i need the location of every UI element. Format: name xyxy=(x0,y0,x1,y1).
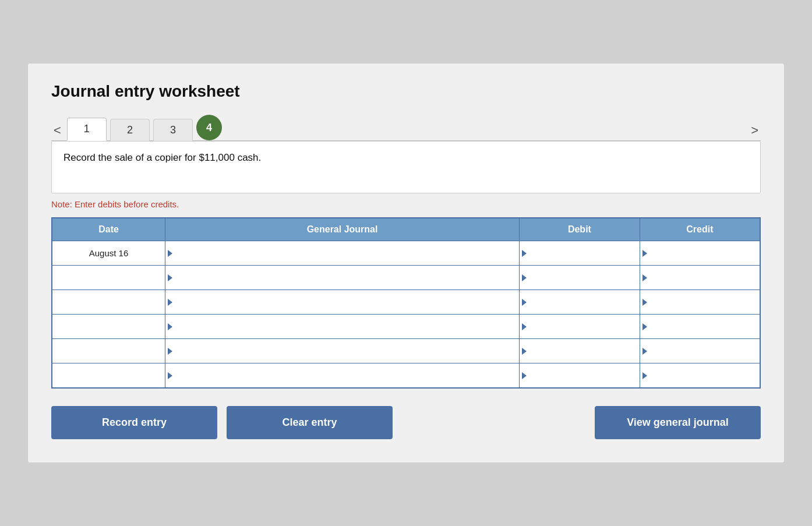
gj-input-5[interactable] xyxy=(165,363,519,387)
gj-cell-1[interactable] xyxy=(165,266,520,290)
gj-input-2[interactable] xyxy=(165,290,519,314)
table-row: August 16 xyxy=(52,241,760,266)
date-cell-3 xyxy=(52,315,165,339)
debit-cell-3[interactable] xyxy=(520,315,640,339)
gj-input-4[interactable] xyxy=(165,339,519,363)
col-credit: Credit xyxy=(640,218,760,241)
view-general-journal-button[interactable]: View general journal xyxy=(595,406,761,439)
debit-input-0[interactable] xyxy=(520,241,640,265)
credit-input-5[interactable] xyxy=(640,363,760,387)
credit-cell-0[interactable] xyxy=(640,241,760,266)
tab-2[interactable]: 2 xyxy=(110,119,150,141)
debit-cell-0[interactable] xyxy=(520,241,640,266)
table-row xyxy=(52,339,760,363)
credit-input-4[interactable] xyxy=(640,339,760,363)
date-cell-4 xyxy=(52,339,165,363)
gj-cell-0[interactable] xyxy=(165,241,520,266)
date-cell-5 xyxy=(52,363,165,388)
debit-cell-1[interactable] xyxy=(520,266,640,290)
date-cell-1 xyxy=(52,266,165,290)
gj-input-3[interactable] xyxy=(165,315,519,338)
note-text: Note: Enter debits before credits. xyxy=(51,199,761,209)
date-cell-0: August 16 xyxy=(52,241,165,266)
table-row xyxy=(52,315,760,339)
credit-cell-1[interactable] xyxy=(640,266,760,290)
debit-input-5[interactable] xyxy=(520,363,640,387)
tab-3[interactable]: 3 xyxy=(153,119,193,141)
gj-cell-2[interactable] xyxy=(165,290,520,315)
credit-cell-2[interactable] xyxy=(640,290,760,315)
debit-cell-5[interactable] xyxy=(520,363,640,388)
page-title: Journal entry worksheet xyxy=(51,82,761,101)
worksheet-container: Journal entry worksheet < 1 2 3 4 > Reco… xyxy=(27,63,785,463)
date-cell-2 xyxy=(52,290,165,315)
table-row xyxy=(52,290,760,315)
debit-cell-4[interactable] xyxy=(520,339,640,363)
gj-cell-5[interactable] xyxy=(165,363,520,388)
credit-input-1[interactable] xyxy=(640,266,760,290)
credit-cell-4[interactable] xyxy=(640,339,760,363)
table-row xyxy=(52,266,760,290)
nav-prev-button[interactable]: < xyxy=(51,124,67,140)
debit-input-2[interactable] xyxy=(520,290,640,314)
credit-input-0[interactable] xyxy=(640,241,760,265)
tab-4[interactable]: 4 xyxy=(196,115,222,140)
debit-input-4[interactable] xyxy=(520,339,640,363)
gj-cell-4[interactable] xyxy=(165,339,520,363)
gj-input-0[interactable] xyxy=(165,241,519,265)
debit-cell-2[interactable] xyxy=(520,290,640,315)
record-entry-button[interactable]: Record entry xyxy=(51,406,217,439)
table-row xyxy=(52,363,760,388)
credit-cell-3[interactable] xyxy=(640,315,760,339)
col-debit: Debit xyxy=(520,218,640,241)
journal-table: Date General Journal Debit Credit August… xyxy=(51,217,761,389)
gj-input-1[interactable] xyxy=(165,266,519,290)
col-date: Date xyxy=(52,218,165,241)
tab-1[interactable]: 1 xyxy=(67,118,107,141)
debit-input-3[interactable] xyxy=(520,315,640,338)
credit-input-2[interactable] xyxy=(640,290,760,314)
credit-cell-5[interactable] xyxy=(640,363,760,388)
col-general-journal: General Journal xyxy=(165,218,520,241)
debit-input-1[interactable] xyxy=(520,266,640,290)
clear-entry-button[interactable]: Clear entry xyxy=(227,406,393,439)
button-row: Record entry Clear entry View general jo… xyxy=(51,406,761,439)
nav-next-button[interactable]: > xyxy=(745,124,761,140)
gj-cell-3[interactable] xyxy=(165,315,520,339)
credit-input-3[interactable] xyxy=(640,315,760,338)
description-box: Record the sale of a copier for $11,000 … xyxy=(51,141,761,193)
